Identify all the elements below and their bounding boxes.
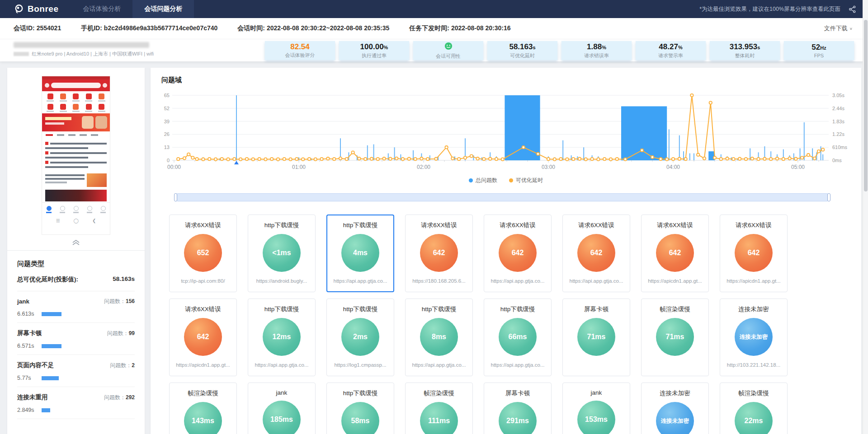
problem-card-15[interactable]: 帧渲染缓慢71ms (641, 299, 709, 376)
problem-card-22[interactable]: jank153ms (562, 383, 630, 434)
problem-card-20[interactable]: 帧渲染缓慢111ms (405, 383, 473, 434)
share-icon[interactable] (849, 5, 856, 13)
problem-card-21[interactable]: 屏幕卡顿291ms (484, 383, 552, 434)
nav-tab-2[interactable]: 会话问题分析 (132, 0, 194, 18)
delay-point (476, 157, 479, 160)
problem-card-24[interactable]: 帧渲染缓慢22ms (720, 383, 788, 434)
metric-card-2[interactable]: 100.00%执行通过率 (339, 41, 409, 60)
problem-card-6[interactable]: 请求6XX错误642https://api.app.gtja.co... (562, 215, 630, 292)
problem-type-item-屏幕卡顿[interactable]: 屏幕卡顿问题数：996.571s (17, 323, 135, 355)
scrollbar-thumb[interactable] (864, 20, 868, 191)
screenshot-news-line (45, 151, 107, 154)
delay-line (178, 95, 823, 159)
problem-type-name: jank (17, 298, 29, 305)
problem-type-row1: 屏幕卡顿问题数：99 (17, 329, 135, 337)
problem-card-title: jank (276, 389, 288, 396)
problem-card-url: https://api.app.gtja.co... (334, 278, 387, 284)
problem-card-10[interactable]: http下载缓慢12mshttps://api.app.gtja.co... (248, 299, 316, 376)
screenshot-tab-icon (83, 203, 96, 216)
delay-point (283, 158, 286, 160)
problem-type-item-jank[interactable]: jank问题数：1566.613s (17, 291, 135, 323)
problem-card-value-circle: 642 (735, 234, 773, 272)
metric-value: 58.163s (509, 42, 535, 52)
problem-card-4[interactable]: 请求6XX错误642https://180.168.205.6... (405, 215, 473, 292)
delay-point (426, 158, 429, 160)
problem-card-23[interactable]: 连接未加密连接未加密 (641, 383, 709, 434)
problem-type-row1: 连接未重用问题数：292 (17, 393, 135, 401)
legend-item-1[interactable]: 总问题数 (469, 177, 497, 184)
problem-type-time: 2.849s (17, 407, 37, 413)
delay-point (616, 158, 618, 160)
y-left-tick: 39 (164, 119, 170, 124)
problem-card-12[interactable]: http下载缓慢8mshttps://api.app.gtja.co... (405, 299, 473, 376)
delay-point (697, 154, 699, 156)
session-field-2: 手机ID:b2c2d4986e9a33b5677714ce0e07c740 (81, 24, 217, 33)
problem-card-title: 请求6XX错误 (500, 221, 536, 229)
chart-range-slider[interactable] (174, 193, 830, 201)
session-field-label: 会话时间: (237, 24, 265, 32)
problem-type-item-页面内容不足[interactable]: 页面内容不足问题数：25.77s (17, 355, 135, 387)
delay-point (482, 158, 485, 160)
screenshot-tab-icon (96, 203, 110, 216)
metric-card-6[interactable]: 48.27%请求警示率 (636, 41, 706, 60)
delay-point (191, 156, 194, 159)
delay-point (377, 158, 379, 160)
delay-point (776, 157, 778, 160)
logo-text: Bonree (28, 4, 58, 14)
total-delay-label: 总可优化延时(投影值): (17, 275, 78, 284)
file-download-button[interactable]: 文件下载 ∨ (824, 24, 853, 33)
problem-card-18[interactable]: jank185ms (248, 383, 316, 434)
metric-card-3[interactable]: 会话可用性 (413, 41, 483, 60)
metric-card-8[interactable]: 52HzFPS (784, 41, 854, 60)
problem-card-2[interactable]: http下载缓慢<1mshttps://android.bugly... (248, 215, 316, 292)
problem-type-item-连接未重用[interactable]: 连接未重用问题数：2922.849s (17, 387, 135, 419)
problem-card-14[interactable]: 屏幕卡顿71ms (562, 299, 630, 376)
bonree-logo[interactable]: Bonree (0, 0, 71, 18)
redacted-device-name (14, 42, 149, 48)
session-field-label: 手机ID: (81, 24, 102, 32)
file-download-label: 文件下载 (824, 24, 848, 33)
problem-card-3[interactable]: http下载缓慢4mshttps://api.app.gtja.co... (326, 215, 394, 292)
problem-card-7[interactable]: 请求6XX错误642https://apicdn1.app.gt... (641, 215, 709, 292)
problem-card-9[interactable]: 请求6XX错误642https://apicdn1.app.gt... (169, 299, 237, 376)
delay-point (270, 158, 273, 160)
problem-card-13[interactable]: http下载缓慢66mshttps://api.app.gtja.co... (484, 299, 552, 376)
problem-card-17[interactable]: 帧渲染缓慢143ms (169, 383, 237, 434)
screenshot-tabs (42, 131, 110, 138)
legend-item-2[interactable]: 可优化延时 (509, 177, 543, 184)
problem-card-url: https://api.app.gtja.co... (491, 362, 545, 368)
metric-label: 请求错误率 (584, 52, 609, 59)
delay-point (703, 157, 706, 160)
problem-card-value-circle: 连接未加密 (656, 402, 694, 434)
metric-cards: 82.54会话体验评分100.00%执行通过率会话可用性58.163s可优化延时… (265, 41, 854, 60)
problem-card-11[interactable]: http下载缓慢2mshttps://log1.cmpassp... (326, 299, 394, 376)
problem-card-19[interactable]: http下载缓慢58ms (326, 383, 394, 434)
x-axis-label: 02:00 (417, 164, 430, 170)
chart-canvas[interactable]: 653.05s522.44s391.83s261.22s13610ms00ms0… (161, 89, 849, 173)
problem-card-value-circle: 143ms (184, 402, 222, 434)
problem-card-8[interactable]: 请求6XX错误642https://apicdn1.app.gt... (720, 215, 788, 292)
problem-card-title: http下载缓慢 (264, 221, 299, 229)
session-field-value: 2554021 (37, 24, 61, 32)
problem-card-1[interactable]: 请求6XX错误652tcp://ip-api.com:80/ (169, 215, 237, 292)
problem-card-16[interactable]: 连接未加密连接未加密http://103.221.142.18... (720, 299, 788, 376)
metric-card-5[interactable]: 1.88%请求错误率 (561, 41, 632, 60)
metric-card-1[interactable]: 82.54会话体验评分 (265, 41, 335, 60)
problem-card-5[interactable]: 请求6XX错误642https://api.app.gtja.co... (484, 215, 552, 292)
delay-point (572, 158, 575, 160)
metric-card-4[interactable]: 58.163s可优化延时 (487, 41, 557, 60)
metric-card-7[interactable]: 313.953s整体耗时 (710, 41, 780, 60)
page-scrollbar[interactable] (863, 0, 868, 434)
delay-point (769, 158, 772, 160)
device-screenshot[interactable]: ☰◯❮ (42, 76, 110, 235)
problem-card-title: 请求6XX错误 (421, 221, 457, 229)
collapse-screenshot-button[interactable] (7, 238, 145, 250)
slider-right-handle[interactable] (827, 193, 830, 201)
delay-point (295, 158, 298, 160)
chevron-double-up-icon (72, 239, 80, 246)
nav-tab-1[interactable]: 会话体验分析 (71, 0, 132, 18)
screenshot-app-icon (82, 104, 95, 112)
metric-label: FPS (814, 53, 824, 58)
slider-left-handle[interactable] (174, 193, 177, 201)
delay-point (794, 157, 797, 160)
